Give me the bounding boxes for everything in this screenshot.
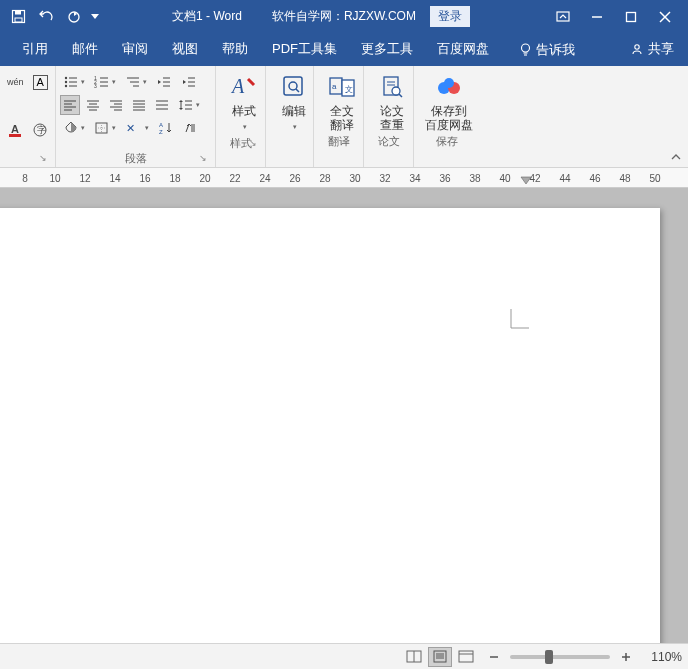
zoom-slider[interactable] bbox=[510, 655, 610, 659]
ruler-tick: 10 bbox=[40, 173, 70, 184]
ruler-tick: 48 bbox=[610, 173, 640, 184]
ruler-tick: 38 bbox=[460, 173, 490, 184]
horizontal-ruler[interactable]: 6810121416182022242628303234363840424446… bbox=[0, 168, 688, 188]
tab-review[interactable]: 审阅 bbox=[110, 33, 160, 66]
login-button[interactable]: 登录 bbox=[430, 6, 470, 27]
distribute-button[interactable] bbox=[152, 95, 172, 115]
paragraph-dialog-launcher-icon[interactable]: ↘ bbox=[199, 153, 211, 165]
redo-repeat-icon[interactable] bbox=[64, 7, 84, 27]
print-layout-icon[interactable] bbox=[428, 647, 452, 667]
tab-pdf-tools[interactable]: PDF工具集 bbox=[260, 33, 349, 66]
asian-layout-button[interactable]: ✕▾ bbox=[122, 118, 152, 138]
svg-point-78 bbox=[392, 87, 400, 95]
font-dialog-launcher-icon[interactable]: ↘ bbox=[39, 153, 51, 165]
group-editing: 编辑▾ bbox=[266, 66, 314, 167]
full-translate-button[interactable]: a文 全文翻译 bbox=[318, 68, 366, 132]
increase-indent-button[interactable] bbox=[178, 72, 200, 92]
bullets-button[interactable]: ▾ bbox=[60, 72, 88, 92]
show-marks-button[interactable] bbox=[180, 118, 200, 138]
sort-button[interactable]: AZ bbox=[155, 118, 177, 138]
web-layout-icon[interactable] bbox=[454, 647, 478, 667]
tab-references[interactable]: 引用 bbox=[10, 33, 60, 66]
window-controls bbox=[544, 6, 684, 28]
translate-label2: 翻译 bbox=[330, 118, 354, 132]
phonetic-guide-button[interactable]: wén bbox=[4, 72, 27, 92]
quick-access-toolbar bbox=[4, 7, 98, 27]
editing-button-label: 编辑 bbox=[282, 104, 306, 118]
group-plagiarism: 论文查重 论文 bbox=[364, 66, 414, 167]
read-mode-icon[interactable] bbox=[402, 647, 426, 667]
align-right-icon bbox=[109, 99, 123, 111]
borders-button[interactable]: ▾ bbox=[91, 118, 119, 138]
baidu-save-button[interactable]: 保存到百度网盘 bbox=[418, 68, 480, 132]
page[interactable] bbox=[0, 208, 660, 643]
styles-dialog-launcher-icon[interactable]: ↘ bbox=[249, 138, 261, 150]
tab-help[interactable]: 帮助 bbox=[210, 33, 260, 66]
editing-button[interactable]: 编辑▾ bbox=[270, 68, 318, 134]
status-bar: 110% bbox=[0, 643, 688, 669]
dec-indent-icon bbox=[156, 75, 172, 89]
share-icon bbox=[630, 42, 644, 56]
tab-view[interactable]: 视图 bbox=[160, 33, 210, 66]
enclose-characters-button[interactable]: 字 bbox=[29, 120, 51, 140]
tell-me-search[interactable]: 告诉我 bbox=[511, 34, 583, 66]
line-spacing-button[interactable]: ▾ bbox=[175, 95, 203, 115]
align-center-icon bbox=[86, 99, 100, 111]
svg-text:a: a bbox=[332, 82, 337, 91]
paragraph-group-label: 段落 ↘ bbox=[60, 149, 211, 167]
page-corner-mark-icon bbox=[510, 308, 530, 330]
ruler-tick: 14 bbox=[100, 173, 130, 184]
ruler-tick: 6 bbox=[0, 173, 10, 184]
zoom-percent[interactable]: 110% bbox=[642, 650, 682, 664]
align-right-button[interactable] bbox=[106, 95, 126, 115]
svg-point-69 bbox=[289, 82, 297, 90]
pilcrow-icon bbox=[183, 121, 197, 135]
ruler-tick: 46 bbox=[580, 173, 610, 184]
align-center-button[interactable] bbox=[83, 95, 103, 115]
plagiarism-button[interactable]: 论文查重 bbox=[368, 68, 416, 132]
svg-rect-1 bbox=[15, 11, 21, 15]
font-color-button[interactable]: A bbox=[4, 120, 26, 140]
asian-layout-icon: ✕ bbox=[125, 121, 143, 135]
save-icon[interactable] bbox=[8, 7, 28, 27]
document-title: 文档1 - Word bbox=[172, 8, 242, 25]
align-justify-button[interactable] bbox=[129, 95, 149, 115]
zoom-out-button[interactable] bbox=[484, 647, 504, 667]
zoom-in-button[interactable] bbox=[616, 647, 636, 667]
translate-group-label: 翻译 bbox=[318, 132, 359, 150]
svg-text:✕: ✕ bbox=[126, 122, 135, 134]
tab-baidu[interactable]: 百度网盘 bbox=[425, 33, 501, 66]
shading-button[interactable]: ▾ bbox=[60, 118, 88, 138]
bullets-icon bbox=[63, 75, 79, 89]
ruler-tick: 40 bbox=[490, 173, 520, 184]
document-area[interactable] bbox=[0, 188, 688, 643]
decrease-indent-button[interactable] bbox=[153, 72, 175, 92]
styles-button[interactable]: A 样式▾ bbox=[220, 68, 268, 134]
character-border-button[interactable]: A bbox=[30, 72, 51, 92]
svg-text:A: A bbox=[159, 122, 163, 128]
plagiarism-group-label: 论文 bbox=[368, 132, 409, 150]
tab-mailings[interactable]: 邮件 bbox=[60, 33, 110, 66]
svg-line-70 bbox=[296, 89, 299, 92]
tab-more-tools[interactable]: 更多工具 bbox=[349, 33, 425, 66]
collapse-ribbon-icon[interactable] bbox=[668, 149, 684, 165]
multilevel-list-button[interactable]: ▾ bbox=[122, 72, 150, 92]
baidu-label2: 百度网盘 bbox=[425, 118, 473, 132]
ruler-tick: 26 bbox=[280, 173, 310, 184]
share-button[interactable]: 共享 bbox=[622, 33, 688, 66]
ribbon-tabs: 引用 邮件 审阅 视图 帮助 PDF工具集 更多工具 百度网盘 告诉我 共享 bbox=[0, 33, 688, 66]
numbering-button[interactable]: 123▾ bbox=[91, 72, 119, 92]
svg-text:Z: Z bbox=[159, 129, 163, 135]
close-icon[interactable] bbox=[654, 6, 676, 28]
ribbon-display-options-icon[interactable] bbox=[552, 6, 574, 28]
right-margin-marker-icon[interactable] bbox=[520, 176, 530, 186]
maximize-icon[interactable] bbox=[620, 6, 642, 28]
minimize-icon[interactable] bbox=[586, 6, 608, 28]
svg-text:A: A bbox=[230, 75, 245, 97]
ruler-tick: 8 bbox=[10, 173, 40, 184]
zoom-slider-thumb[interactable] bbox=[545, 650, 553, 664]
svg-rect-14 bbox=[9, 134, 21, 137]
align-left-button[interactable] bbox=[60, 95, 80, 115]
baidu-label1: 保存到 bbox=[431, 104, 467, 118]
undo-icon[interactable] bbox=[36, 7, 56, 27]
